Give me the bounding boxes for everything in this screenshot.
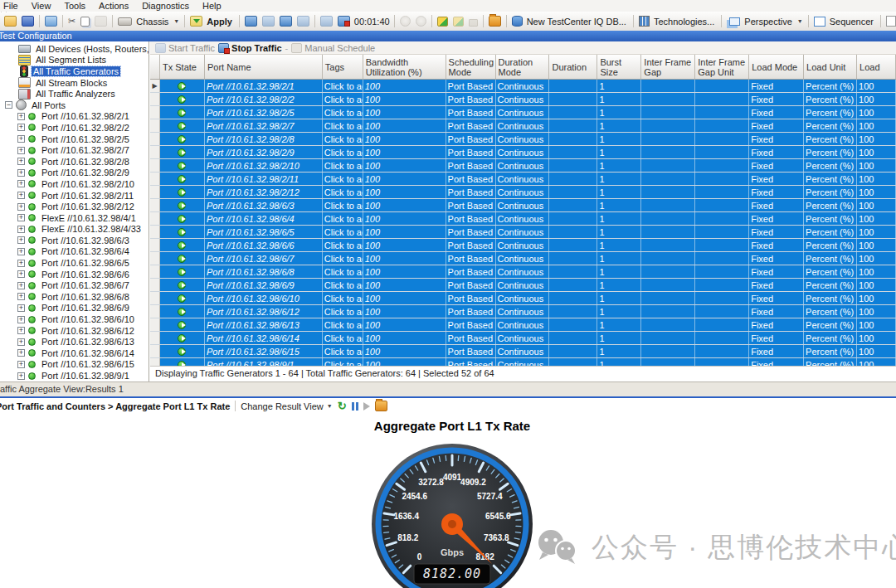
table-row[interactable]: Port //10.61.32.98/2/9Click to ad...100P… — [150, 146, 896, 159]
pause-icon[interactable] — [352, 402, 358, 411]
table-row[interactable]: Port //10.61.32.98/6/10Click to ad...100… — [150, 292, 896, 305]
technologies-button[interactable]: Technologies... — [636, 15, 718, 27]
folder-icon[interactable] — [375, 401, 387, 411]
duration-mode-cell[interactable]: Continuous — [496, 80, 550, 92]
sidebar-port-item[interactable]: +Port //10.61.32.98/6/4 — [0, 246, 149, 258]
tags-cell[interactable]: Click to ad... — [323, 332, 363, 344]
duration-cell[interactable] — [549, 305, 597, 318]
load-mode-cell[interactable]: Fixed — [749, 239, 804, 251]
duration-cell[interactable] — [549, 226, 597, 238]
bandwidth-cell[interactable]: 100 — [363, 345, 446, 357]
row-selector[interactable] — [150, 332, 160, 344]
row-selector[interactable] — [150, 119, 160, 132]
expand-icon[interactable]: + — [17, 361, 25, 368]
expand-icon[interactable]: + — [17, 113, 25, 120]
duration-cell[interactable] — [549, 279, 597, 291]
inter-frame-gap-cell[interactable] — [641, 332, 695, 344]
inter-frame-gap-cell[interactable] — [641, 93, 695, 105]
bandwidth-cell[interactable]: 100 — [363, 133, 446, 145]
sidebar-port-item[interactable]: +Port //10.61.32.98/2/8 — [0, 156, 149, 168]
bandwidth-cell[interactable]: 100 — [363, 173, 446, 185]
duration-mode-cell[interactable]: Continuous — [496, 159, 550, 172]
collapse-icon[interactable]: − — [5, 101, 12, 109]
scheduling-mode-cell[interactable]: Port Based — [446, 239, 496, 251]
duration-mode-cell[interactable]: Continuous — [496, 199, 550, 211]
port-name-cell[interactable]: Port //10.61.32.98/6/3 — [205, 199, 323, 211]
burst-size-cell[interactable]: 1 — [597, 119, 641, 132]
burst-size-cell[interactable]: 1 — [597, 332, 641, 344]
burst-size-cell[interactable]: 1 — [597, 212, 641, 225]
sidebar-item-all-ports[interactable]: −All Ports — [0, 100, 149, 111]
inter-frame-gap-cell[interactable] — [641, 133, 695, 145]
expand-icon[interactable]: + — [17, 372, 25, 380]
port-name-cell[interactable]: Port //10.61.32.98/6/9 — [205, 279, 323, 291]
tags-cell[interactable]: Click to ad... — [323, 93, 363, 105]
burst-size-cell[interactable]: 1 — [597, 292, 641, 304]
sidebar-port-item[interactable]: +Port //10.61.32.98/6/3 — [0, 235, 149, 246]
duration-mode-cell[interactable]: Continuous — [496, 305, 550, 318]
duration-mode-cell[interactable]: Continuous — [496, 146, 550, 158]
expand-icon[interactable]: + — [17, 270, 25, 278]
load-mode-cell[interactable]: Fixed — [749, 279, 804, 291]
inter-frame-gap-unit-cell[interactable] — [695, 332, 749, 344]
menu-view[interactable]: View — [25, 0, 58, 12]
start-traffic-button[interactable]: Start Traffic — [155, 43, 215, 53]
load-mode-cell[interactable]: Fixed — [749, 318, 804, 331]
port-name-cell[interactable]: Port //10.61.32.98/2/8 — [205, 133, 323, 145]
inter-frame-gap-unit-cell[interactable] — [695, 279, 749, 291]
load-mode-cell[interactable]: Fixed — [749, 186, 804, 198]
bandwidth-cell[interactable]: 100 — [363, 199, 446, 211]
apply-button[interactable]: Apply — [187, 15, 236, 27]
expand-icon[interactable]: + — [17, 147, 25, 154]
inter-frame-gap-unit-cell[interactable] — [695, 252, 749, 265]
port-name-cell[interactable]: Port //10.61.32.98/6/8 — [205, 265, 323, 278]
port-name-cell[interactable]: Port //10.61.32.98/6/7 — [205, 252, 323, 265]
load-mode-cell[interactable]: Fixed — [749, 292, 804, 304]
sidebar-port-item[interactable]: +Port //10.61.32.98/2/1 — [0, 111, 149, 123]
burst-size-cell[interactable]: 1 — [597, 226, 641, 238]
row-selector[interactable] — [150, 279, 160, 291]
load-unit-cell[interactable]: Percent (%) — [804, 199, 857, 211]
column-header-load-unit[interactable]: Load Unit — [804, 55, 857, 79]
load-cell[interactable]: 100 — [857, 159, 896, 172]
expand-icon[interactable]: + — [17, 349, 25, 357]
column-header-port-name[interactable]: Port Name — [205, 55, 323, 79]
inter-frame-gap-unit-cell[interactable] — [695, 199, 749, 211]
load-cell[interactable]: 100 — [857, 292, 896, 304]
duration-cell[interactable] — [549, 199, 597, 211]
scheduling-mode-cell[interactable]: Port Based — [446, 93, 496, 105]
scheduling-mode-cell[interactable]: Port Based — [446, 80, 496, 92]
table-row[interactable]: ▶Port //10.61.32.98/2/1Click to ad...100… — [150, 80, 896, 93]
expand-icon[interactable]: + — [17, 236, 25, 244]
bandwidth-cell[interactable]: 100 — [363, 159, 446, 172]
load-unit-cell[interactable]: Percent (%) — [804, 212, 857, 225]
sidebar-item-all-stream-blocks[interactable]: All Stream Blocks — [0, 77, 149, 89]
save-button[interactable] — [19, 15, 37, 27]
tags-cell[interactable]: Click to ad... — [323, 292, 363, 304]
expand-icon[interactable]: + — [17, 180, 25, 187]
inter-frame-gap-unit-cell[interactable] — [695, 239, 749, 251]
row-selector[interactable] — [150, 226, 160, 238]
load-mode-cell[interactable]: Fixed — [749, 212, 804, 225]
table-row[interactable]: Port //10.61.32.98/6/12Click to ad...100… — [150, 305, 896, 318]
expand-icon[interactable]: + — [17, 192, 25, 199]
burst-size-cell[interactable]: 1 — [597, 106, 641, 119]
load-unit-cell[interactable]: Percent (%) — [804, 305, 857, 318]
load-unit-cell[interactable]: Percent (%) — [804, 80, 857, 92]
release-ports-button[interactable] — [295, 15, 312, 27]
burst-size-cell[interactable]: 1 — [597, 146, 641, 158]
port-name-cell[interactable]: Port //10.61.32.98/6/12 — [205, 305, 323, 318]
bandwidth-cell[interactable]: 100 — [363, 332, 446, 344]
sidebar-item-all-traffic-generators[interactable]: All Traffic Generators — [0, 66, 149, 77]
scheduling-mode-cell[interactable]: Port Based — [446, 146, 496, 158]
duration-mode-cell[interactable]: Continuous — [496, 279, 550, 291]
sidebar-port-item[interactable]: +Port //10.61.32.98/6/15 — [0, 359, 149, 371]
duration-mode-cell[interactable]: Continuous — [496, 106, 550, 119]
paste-button[interactable] — [92, 15, 110, 27]
load-unit-cell[interactable]: Percent (%) — [804, 119, 857, 132]
duration-cell[interactable] — [549, 252, 597, 265]
inter-frame-gap-unit-cell[interactable] — [695, 345, 749, 357]
load-cell[interactable]: 100 — [857, 252, 896, 265]
load-cell[interactable]: 100 — [857, 265, 896, 278]
expand-icon[interactable]: + — [17, 282, 25, 289]
